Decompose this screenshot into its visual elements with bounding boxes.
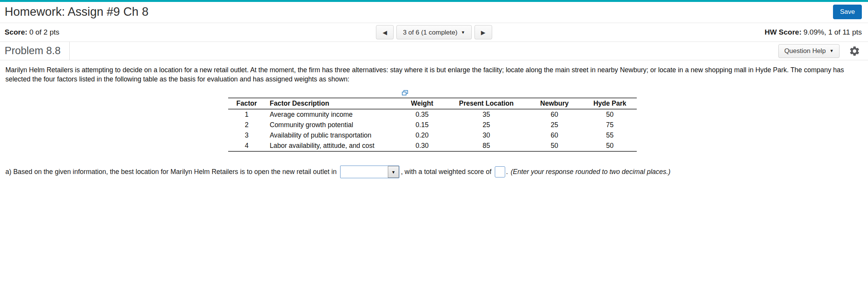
select-dropdown-icon: ▼	[388, 166, 399, 178]
table-cell: 50	[583, 109, 637, 120]
save-button[interactable]: Save	[833, 5, 862, 19]
table-cell: Average community income	[265, 109, 397, 120]
page-title: Homework: Assign #9 Ch 8	[5, 5, 149, 19]
table-header-description: Factor Description	[265, 98, 397, 109]
table-row: 4 Labor availability, attitude, and cost…	[228, 141, 637, 151]
chevron-down-icon: ▼	[461, 30, 465, 35]
table-header-row: Factor Factor Description Weight Present…	[228, 98, 637, 109]
table-cell: Availability of public transportation	[265, 130, 397, 141]
table-cell: 55	[583, 130, 637, 141]
chevron-down-icon: ▼	[830, 49, 834, 53]
next-icon: ▶	[481, 29, 486, 36]
table-cell: 2	[228, 120, 265, 130]
table-cell: 0.30	[397, 141, 447, 151]
weighted-score-input[interactable]	[495, 166, 505, 177]
factors-table: Factor Factor Description Weight Present…	[228, 98, 637, 152]
score-display: Score:0 of 2 pts	[5, 28, 59, 36]
question-a: a) Based on the given information, the b…	[5, 166, 860, 178]
pagination-label: 3 of 6 (1 complete)	[403, 28, 457, 36]
table-cell: 60	[526, 130, 583, 141]
question-hint: (Enter your response rounded to two deci…	[511, 168, 670, 176]
table-cell: 25	[526, 120, 583, 130]
question-pagination: ◀ 3 of 6 (1 complete) ▼ ▶	[376, 25, 492, 40]
table-cell: 30	[447, 130, 526, 141]
table-cell: Community growth potential	[265, 120, 397, 130]
question-text-middle: , with a total weighted score of	[401, 168, 491, 176]
table-header-weight: Weight	[397, 98, 447, 109]
table-cell: 50	[526, 141, 583, 151]
question-list-dropdown-button[interactable]: 3 of 6 (1 complete) ▼	[396, 25, 472, 40]
table-row: 2 Community growth potential 0.15 25 25 …	[228, 120, 637, 130]
table-cell: 85	[447, 141, 526, 151]
question-help-label: Question Help	[784, 47, 826, 55]
table-cell: 60	[526, 109, 583, 120]
table-cell: 3	[228, 130, 265, 141]
table-cell: 4	[228, 141, 265, 151]
table-cell: 0.15	[397, 120, 447, 130]
problem-statement: Marilyn Helm Retailers is attempting to …	[5, 66, 859, 84]
score-label: Score:	[5, 28, 27, 36]
table-cell: 35	[447, 109, 526, 120]
hw-score-display: HW Score:9.09%, 1 of 11 pts	[765, 28, 862, 36]
table-header-factor: Factor	[228, 98, 265, 109]
hw-score-value: 9.09%, 1 of 11 pts	[803, 28, 862, 36]
problem-header: Problem 8.8 Question Help ▼	[0, 42, 868, 60]
score-value: 0 of 2 pts	[29, 28, 59, 36]
table-cell: 25	[447, 120, 526, 130]
table-cell: 50	[583, 141, 637, 151]
question-help-button[interactable]: Question Help ▼	[778, 44, 840, 58]
question-text-period: .	[506, 168, 508, 176]
question-text-prefix: a) Based on the given information, the b…	[5, 168, 337, 176]
title-bar: Homework: Assign #9 Ch 8 Save	[0, 2, 868, 23]
problem-actions: Question Help ▼	[778, 44, 868, 58]
hw-score-label: HW Score:	[765, 28, 801, 36]
table-row: 3 Availability of public transportation …	[228, 130, 637, 141]
table-cell: 1	[228, 109, 265, 120]
table-header-present-location: Present Location	[447, 98, 526, 109]
table-cell: 75	[583, 120, 637, 130]
table-header-hyde-park: Hyde Park	[583, 98, 637, 109]
location-select-value	[341, 166, 388, 178]
copy-table-icon[interactable]	[402, 90, 408, 96]
table-cell: 0.20	[397, 130, 447, 141]
location-select[interactable]: ▼	[340, 166, 399, 178]
table-row: 1 Average community income 0.35 35 60 50	[228, 109, 637, 120]
previous-question-button[interactable]: ◀	[376, 25, 394, 40]
factors-table-section: Factor Factor Description Weight Present…	[5, 90, 860, 152]
table-cell: 0.35	[397, 109, 447, 120]
table-tools	[243, 90, 622, 96]
next-question-button[interactable]: ▶	[474, 25, 492, 40]
problem-title: Problem 8.8	[0, 42, 70, 60]
problem-content: Marilyn Helm Retailers is attempting to …	[0, 60, 868, 178]
settings-gear-icon[interactable]	[849, 45, 860, 57]
table-header-newbury: Newbury	[526, 98, 583, 109]
score-bar: Score:0 of 2 pts ◀ 3 of 6 (1 complete) ▼…	[0, 23, 868, 42]
table-cell: Labor availability, attitude, and cost	[265, 141, 397, 151]
previous-icon: ◀	[382, 29, 387, 36]
